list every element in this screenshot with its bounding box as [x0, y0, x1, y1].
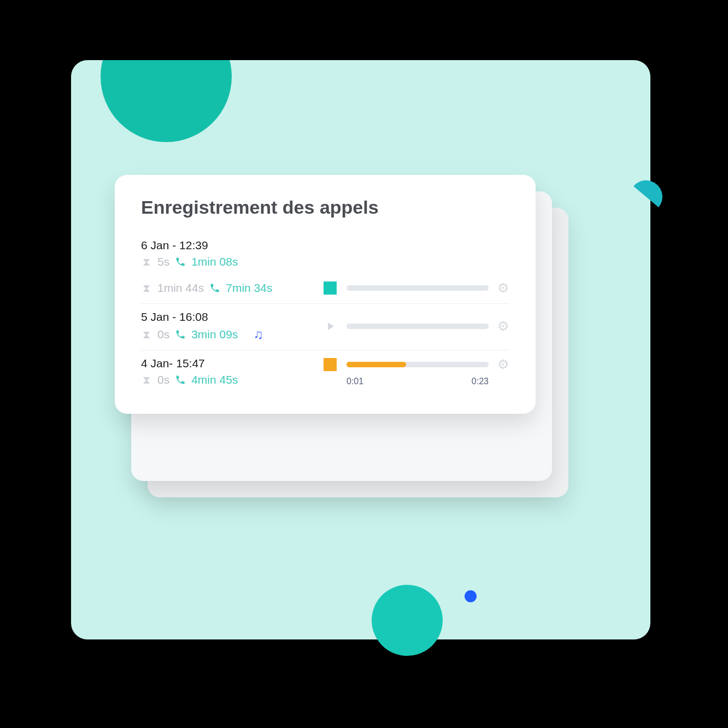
music-icon: ♫: [253, 327, 263, 342]
play-button[interactable]: [322, 319, 338, 334]
decor-circle-small: [372, 585, 443, 656]
progress-track[interactable]: [347, 285, 489, 291]
gear-icon[interactable]: ⚙: [497, 357, 509, 372]
hourglass-icon: ⧗: [141, 328, 152, 341]
decor-circle-large: [101, 11, 232, 142]
card-title: Enregistrement des appels: [141, 197, 509, 218]
decor-dot: [465, 590, 477, 602]
phone-icon: [175, 329, 186, 340]
call-duration: 1min 08s: [191, 255, 238, 268]
phone-icon: [175, 256, 186, 267]
wait-time: 1min 44s: [157, 281, 204, 295]
recording-date: 6 Jan - 12:39: [141, 239, 509, 252]
hourglass-icon: ⧗: [141, 374, 152, 386]
hourglass-icon: ⧗: [141, 282, 152, 295]
hourglass-icon: ⧗: [141, 256, 152, 268]
total-time: 0:23: [472, 377, 489, 386]
recording-date: 4 Jan- 15:47: [141, 357, 238, 370]
progress-track[interactable]: [347, 324, 489, 329]
wait-time: 5s: [157, 255, 169, 268]
progress-fill: [347, 362, 406, 367]
call-duration: 7min 34s: [226, 281, 272, 295]
stop-button[interactable]: [322, 357, 338, 372]
recording-row: 6 Jan - 12:39 ⧗ 5s 1min 08s ⧗ 1min 44s 7…: [141, 232, 509, 303]
progress-track[interactable]: [347, 362, 489, 367]
recordings-card: Enregistrement des appels 6 Jan - 12:39 …: [115, 175, 536, 414]
recording-row: 4 Jan- 15:47 ⧗ 0s 4min 45s ⚙: [141, 350, 509, 394]
call-duration: 3min 09s: [191, 328, 238, 341]
stop-button[interactable]: [322, 280, 338, 296]
wait-time: 0s: [157, 373, 169, 386]
wait-time: 0s: [157, 328, 169, 341]
gear-icon[interactable]: ⚙: [497, 319, 509, 334]
phone-icon: [209, 283, 220, 293]
call-duration: 4min 45s: [191, 373, 238, 386]
recording-date: 5 Jan - 16:08: [141, 310, 263, 324]
elapsed-time: 0:01: [347, 377, 363, 386]
gear-icon[interactable]: ⚙: [497, 280, 509, 296]
recording-row: 5 Jan - 16:08 ⧗ 0s 3min 09s ♫ ⚙: [141, 303, 509, 350]
phone-icon: [175, 374, 186, 385]
